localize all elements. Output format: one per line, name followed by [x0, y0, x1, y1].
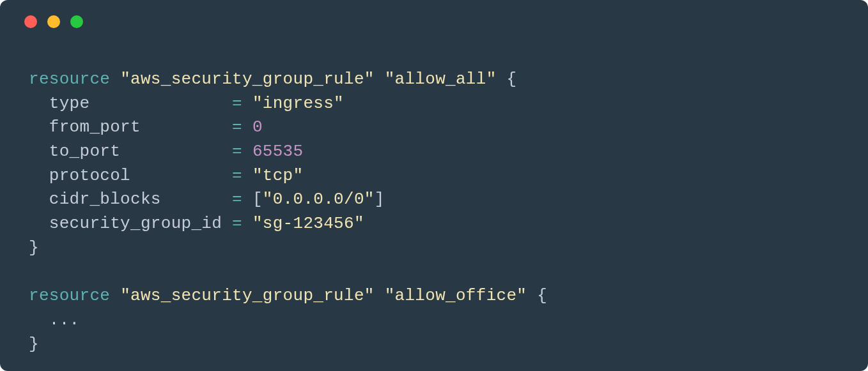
code-string: "aws_security_group_rule" [120, 70, 375, 89]
maximize-icon[interactable] [70, 15, 83, 28]
code-keyword: resource [29, 70, 110, 89]
minimize-icon[interactable] [47, 15, 60, 28]
code-number: 65535 [252, 142, 304, 161]
code-number: 0 [252, 117, 263, 137]
close-icon[interactable] [24, 15, 37, 28]
code-eq: = [222, 142, 252, 161]
code-attr: type [29, 94, 222, 113]
code-ellipsis: ... [29, 310, 80, 329]
code-attr: protocol [29, 166, 222, 185]
code-content: resource "aws_security_group_rule" "allo… [0, 28, 868, 371]
code-eq: = [222, 94, 252, 113]
code-string: "0.0.0.0/0" [263, 190, 375, 209]
code-string: "aws_security_group_rule" [120, 286, 375, 305]
code-bracket: [ [252, 190, 263, 209]
code-string: "allow_office" [385, 286, 527, 305]
code-eq: = [222, 166, 252, 185]
code-bracket: ] [375, 190, 385, 209]
code-string: "tcp" [252, 166, 304, 185]
code-eq: = [222, 214, 252, 233]
code-string: "allow_all" [385, 70, 497, 89]
code-eq: = [222, 190, 252, 209]
code-window: resource "aws_security_group_rule" "allo… [0, 0, 868, 371]
code-brace: { [527, 286, 547, 305]
code-string: "ingress" [252, 94, 344, 113]
code-string: "sg-123456" [252, 214, 364, 233]
code-brace: } [29, 335, 39, 354]
code-attr: to_port [29, 142, 222, 161]
code-keyword: resource [29, 286, 110, 305]
code-attr: cidr_blocks [29, 190, 222, 209]
code-eq: = [222, 117, 252, 137]
code-attr: from_port [29, 117, 222, 137]
code-brace: { [497, 70, 517, 89]
code-brace: } [29, 238, 39, 257]
code-attr: security_group_id [29, 214, 222, 233]
window-titlebar [0, 0, 868, 28]
